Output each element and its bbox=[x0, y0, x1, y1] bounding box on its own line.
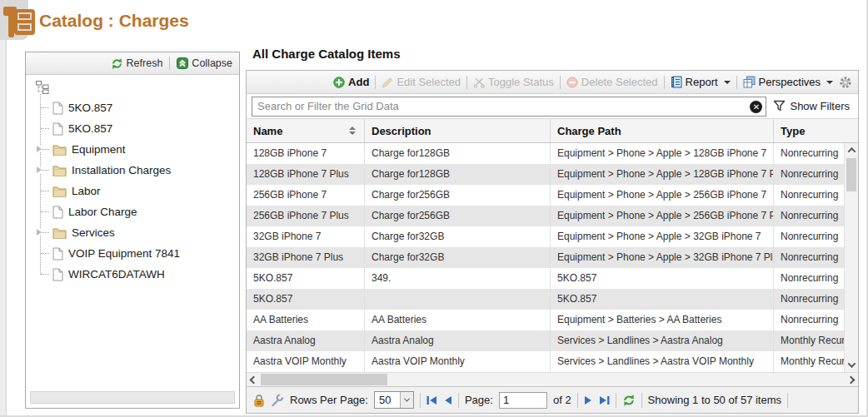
toggle-status-button[interactable]: Toggle Status bbox=[473, 76, 554, 88]
scroll-left-button[interactable] bbox=[247, 373, 261, 386]
tree-item-labor-charge[interactable]: Labor Charge bbox=[36, 201, 236, 222]
column-header-label: Charge Path bbox=[557, 125, 621, 137]
column-header-name[interactable]: Name bbox=[247, 119, 365, 142]
table-row[interactable]: 128GB iPhone 7 Charge for128GB Equipment… bbox=[247, 143, 844, 164]
footer-separator bbox=[616, 393, 616, 408]
table-row[interactable]: 32GB iPhone 7 Plus Charge for32GB Equipm… bbox=[247, 247, 844, 268]
scroll-right-button[interactable] bbox=[844, 373, 858, 386]
cell-name: 32GB iPhone 7 bbox=[247, 226, 365, 247]
cell-charge-path: Equipment > Batteries > AA Batteries bbox=[551, 310, 774, 330]
tree-item-labor[interactable]: Labor bbox=[36, 181, 236, 201]
table-row[interactable]: 32GB iPhone 7 Charge for32GB Equipment >… bbox=[247, 226, 844, 247]
table-row[interactable]: Aastra VOIP Monthly Aastra VOIP Monthly … bbox=[247, 351, 844, 372]
table-row[interactable]: 256GB iPhone 7 Charge for256GB Equipment… bbox=[247, 185, 844, 206]
page-number-input[interactable] bbox=[499, 392, 547, 409]
toolbar-separator bbox=[375, 76, 376, 89]
perspectives-menu-button[interactable]: Perspectives bbox=[743, 76, 833, 88]
clear-search-icon[interactable]: ✕ bbox=[750, 101, 762, 113]
tree-item-5ko857-1[interactable]: 5KO.857 bbox=[36, 97, 236, 118]
edit-selected-button[interactable]: Edit Selected bbox=[382, 76, 461, 88]
cell-type: Nonrecurring bbox=[774, 247, 844, 268]
document-icon bbox=[52, 206, 63, 219]
cell-type: Nonrecurring bbox=[774, 289, 844, 310]
show-filters-button[interactable]: Show Filters bbox=[773, 100, 853, 112]
toolbar-separator bbox=[736, 76, 737, 89]
footer-separator bbox=[577, 393, 578, 408]
tree-item-installation-charges[interactable]: Installation Charges bbox=[36, 160, 236, 181]
refresh-icon bbox=[111, 57, 123, 70]
table-row[interactable]: 256GB iPhone 7 Plus Charge for256GB Equi… bbox=[247, 206, 844, 226]
expand-arrow-icon[interactable] bbox=[37, 146, 42, 152]
charge-catalog-tree: 5KO.857 5KO.857 Equipment Installation C… bbox=[26, 75, 239, 285]
table-row[interactable]: Aastra Analog Aastra Analog Services > L… bbox=[247, 330, 844, 351]
cell-description: AA Batteries bbox=[365, 310, 551, 330]
tree-item-equipment[interactable]: Equipment bbox=[36, 139, 236, 160]
tree-item-wircat6datawh[interactable]: WIRCAT6DATAWH bbox=[36, 264, 236, 285]
catalog-charges-page: Catalog : Charges Refresh Colla bbox=[0, 0, 868, 417]
table-row[interactable]: AA Batteries AA Batteries Equipment > Ba… bbox=[247, 310, 844, 330]
tree-item-5ko857-2[interactable]: 5KO.857 bbox=[36, 118, 236, 139]
showing-items-text: Showing 1 to 50 of 57 items bbox=[648, 394, 781, 406]
collapse-tree-button[interactable]: Collapse bbox=[177, 57, 232, 69]
expand-arrow-icon[interactable] bbox=[37, 166, 42, 173]
cell-charge-path: Equipment > Phone > Apple > 256GB iPhone… bbox=[551, 206, 774, 226]
cell-type: Monthly Recurring bbox=[774, 330, 844, 351]
next-page-button[interactable] bbox=[584, 395, 593, 405]
search-input[interactable] bbox=[252, 97, 766, 116]
toolbar-separator bbox=[466, 76, 467, 89]
grid-title: All Charge Catalog Items bbox=[252, 47, 401, 61]
add-button-label: Add bbox=[348, 76, 369, 88]
wrench-icon[interactable] bbox=[271, 394, 284, 407]
first-page-icon bbox=[427, 395, 437, 405]
chevron-down-icon bbox=[847, 360, 856, 368]
gear-icon[interactable] bbox=[839, 76, 852, 89]
chevron-left-icon bbox=[250, 375, 258, 384]
delete-selected-button[interactable]: Delete Selected bbox=[566, 76, 658, 88]
scroll-up-button[interactable] bbox=[845, 143, 858, 157]
refresh-tree-button[interactable]: Refresh bbox=[111, 57, 163, 70]
tree-item-label: Services bbox=[72, 226, 115, 239]
tree-item-services[interactable]: Services bbox=[36, 222, 236, 243]
cell-description bbox=[365, 289, 551, 310]
toggle-status-label: Toggle Status bbox=[488, 76, 554, 88]
previous-page-button[interactable] bbox=[443, 395, 452, 405]
refresh-grid-button[interactable] bbox=[622, 394, 636, 407]
report-menu-button[interactable]: Report bbox=[671, 76, 731, 88]
first-page-button[interactable] bbox=[427, 395, 437, 405]
table-row[interactable]: 5KO.857 349. 5KO.857 Nonrecurring bbox=[247, 268, 844, 289]
document-icon bbox=[52, 102, 63, 115]
column-header-description[interactable]: Description bbox=[365, 119, 551, 142]
tree-item-voip-equipment-7841[interactable]: VOIP Equipment 7841 bbox=[36, 243, 236, 264]
tree-item-label: Labor bbox=[72, 185, 101, 197]
footer-separator bbox=[458, 393, 459, 408]
lock-icon[interactable] bbox=[253, 394, 265, 407]
table-row[interactable]: 128GB iPhone 7 Plus Charge for128GB Equi… bbox=[247, 164, 844, 185]
table-row[interactable]: 5KO.857 5KO.857 Nonrecurring bbox=[247, 289, 844, 310]
rows-per-page-value: 50 bbox=[375, 394, 400, 406]
tree-item-label: WIRCAT6DATAWH bbox=[68, 268, 165, 280]
report-icon bbox=[671, 76, 682, 88]
cell-type: Nonrecurring bbox=[774, 206, 844, 226]
cell-name: 5KO.857 bbox=[247, 289, 365, 310]
column-header-type[interactable]: Type bbox=[774, 119, 858, 142]
horizontal-scrollbar[interactable] bbox=[247, 372, 858, 386]
delete-selected-label: Delete Selected bbox=[581, 76, 658, 88]
cell-name: 256GB iPhone 7 Plus bbox=[247, 206, 365, 226]
vertical-scrollbar[interactable] bbox=[844, 143, 858, 372]
add-button[interactable]: Add bbox=[333, 76, 369, 88]
last-page-button[interactable] bbox=[599, 395, 610, 405]
scroll-down-button[interactable] bbox=[845, 358, 858, 372]
footer-separator bbox=[787, 393, 788, 408]
expand-arrow-icon[interactable] bbox=[37, 229, 42, 236]
rows-per-page-select[interactable]: 50 bbox=[374, 391, 414, 409]
column-header-charge-path[interactable]: Charge Path bbox=[551, 119, 774, 142]
cell-type: Nonrecurring bbox=[774, 310, 844, 330]
sort-icon[interactable] bbox=[349, 127, 356, 135]
cell-description: Aastra VOIP Monthly bbox=[365, 351, 551, 372]
cell-charge-path: 5KO.857 bbox=[551, 268, 774, 289]
tree-toolbar: Refresh Collapse bbox=[26, 52, 239, 75]
horizontal-scrollbar-thumb[interactable] bbox=[261, 374, 387, 385]
filter-funnel-icon bbox=[773, 100, 786, 112]
cell-type: Nonrecurring bbox=[774, 143, 844, 164]
vertical-scrollbar-thumb[interactable] bbox=[846, 158, 856, 191]
